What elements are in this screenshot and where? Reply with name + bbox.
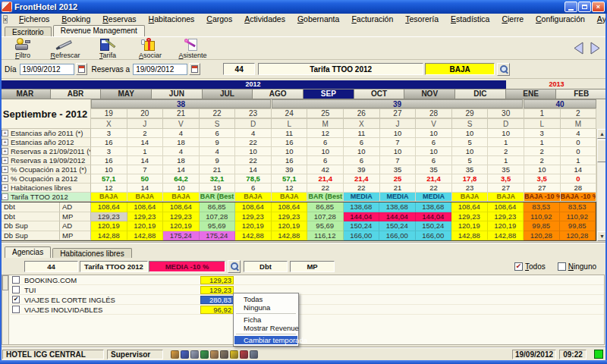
grid-cell[interactable]: 7 (380, 156, 417, 165)
globe-search-icon[interactable] (200, 350, 209, 359)
price-cell[interactable]: 120,19 (272, 221, 308, 231)
todos-checkbox[interactable]: ✔ (514, 262, 523, 271)
day-header[interactable]: 19 (90, 108, 127, 118)
menu-ayuda[interactable]: Ayuda (591, 14, 607, 24)
grid-cell[interactable]: 2 (524, 156, 561, 165)
price-cell[interactable]: 129,23 (488, 212, 524, 222)
grid-cell[interactable]: 0 (561, 174, 597, 184)
toolbar-tarifa-button[interactable]: Tarifa (86, 38, 129, 59)
day-header[interactable]: 1 (524, 108, 561, 118)
row-label[interactable]: +Habitaciones libres (0, 184, 91, 193)
grid-cell[interactable]: 21 (380, 184, 417, 193)
price-cell[interactable]: 144,04 (416, 212, 452, 222)
ninguno-checkbox[interactable] (558, 262, 566, 271)
grid-cell[interactable]: 10 (452, 129, 489, 138)
expand-icon[interactable]: + (2, 139, 8, 146)
season-cell[interactable]: MEDIA (380, 193, 417, 202)
grid-cell[interactable]: 14 (561, 165, 597, 174)
grid-cell[interactable]: 11 (272, 129, 308, 138)
day-header[interactable]: 26 (343, 108, 380, 118)
price-cell[interactable]: 86,85 (200, 202, 236, 212)
row-label[interactable]: +Estancias año 2012 (0, 138, 91, 147)
season-cell[interactable]: BAJA (91, 193, 127, 202)
season-cell[interactable]: MEDIA (416, 193, 452, 202)
row-label[interactable]: +Estancias año 2011 (*) (0, 129, 91, 138)
grid-cell[interactable]: 4 (163, 129, 200, 138)
agency-search-button[interactable] (228, 260, 241, 273)
expand-icon[interactable]: + (2, 148, 8, 155)
tariff-name-field[interactable]: Tarifa TTOO 2012 (258, 63, 423, 75)
grid-cell[interactable]: 22 (344, 184, 380, 193)
month-tab-jul[interactable]: JUL (202, 89, 253, 99)
day-header[interactable]: 2 (560, 108, 597, 118)
month-tab-sep[interactable]: SEP (303, 89, 354, 99)
grid-cell[interactable]: 18 (163, 138, 200, 147)
price-cell[interactable]: 129,23 (127, 212, 164, 222)
price-cell[interactable]: 120,28 (560, 231, 596, 241)
grid-cell[interactable]: 14 (127, 156, 164, 165)
grid-cell[interactable]: 6 (416, 138, 452, 147)
price-cell[interactable]: 120,19 (451, 221, 488, 231)
grid-cell[interactable]: 10 (452, 147, 489, 156)
month-tab-nov[interactable]: NOV (404, 89, 455, 99)
agency-row-booking-com[interactable]: BOOKING.COM129,23 (11, 275, 604, 285)
day-header[interactable]: 27 (379, 108, 417, 118)
grid-cell[interactable]: 16 (91, 138, 127, 147)
menu-gobernanta[interactable]: Gobernanta (291, 14, 345, 24)
context-item-mostrar-revenue[interactable]: Mostrar Revenue (234, 324, 297, 332)
price-cell[interactable]: 120,28 (524, 231, 560, 241)
month-tab-jun[interactable]: JUN (151, 89, 203, 99)
ninguno-option[interactable]: Ninguno (558, 262, 596, 271)
price-cell[interactable]: 144,04 (379, 212, 416, 222)
expand-icon[interactable]: + (2, 157, 8, 164)
season-cell[interactable]: BAR (Best (200, 193, 236, 202)
row-label[interactable]: +Reservas a 21/09/2011 (*) (0, 147, 91, 156)
grid-cell[interactable]: 5 (452, 156, 489, 165)
menu-booking[interactable]: Booking (55, 14, 96, 24)
user-icon[interactable] (181, 350, 189, 359)
month-tab-abr[interactable]: ABR (50, 89, 102, 99)
grid-cell[interactable]: 3 (91, 147, 127, 156)
grid-cell[interactable]: 32,1 (200, 174, 236, 184)
grid-cell[interactable]: 6 (416, 156, 452, 165)
grid-cell[interactable]: 10 (91, 165, 127, 174)
price-cell[interactable]: 129,23 (91, 212, 127, 222)
agency-checkbox[interactable] (12, 306, 20, 313)
expand-icon[interactable]: + (2, 166, 8, 173)
tab-revenue-management[interactable]: Revenue Management (53, 25, 145, 36)
grid-cell[interactable]: 6 (307, 138, 344, 147)
grid-cell[interactable]: 22 (235, 156, 272, 165)
price-cell[interactable]: 166,00 (344, 231, 380, 241)
tariff-code-field[interactable]: 44 (223, 63, 255, 75)
grid-cell[interactable]: 10 (416, 147, 452, 156)
grid-cell[interactable]: 27 (488, 184, 524, 193)
price-cell[interactable]: 166,00 (416, 231, 452, 241)
day-header[interactable]: 22 (199, 108, 236, 118)
price-cell[interactable]: 138,68 (379, 202, 416, 212)
next-period-button[interactable] (590, 42, 601, 55)
price-cell[interactable]: 86,85 (307, 202, 344, 212)
grid-cell[interactable]: 6 (235, 184, 272, 193)
month-tab-may[interactable]: MAY (100, 89, 152, 99)
agency-row-viajes-inolvidables[interactable]: VIAJES INOLVIDABLES96,92 (11, 305, 604, 315)
price-cell[interactable]: 150,24 (344, 221, 380, 231)
price-cell[interactable]: 116,12 (307, 231, 344, 241)
price-cell[interactable]: 108,64 (451, 202, 488, 212)
grid-cell[interactable]: 14 (127, 184, 164, 193)
grid-cell[interactable]: 10 (272, 147, 308, 156)
day-header[interactable]: 21 (162, 108, 200, 118)
grid-cell[interactable]: 21,4 (344, 174, 380, 184)
todos-option[interactable]: ✔Todos (514, 262, 546, 271)
reservas-date-input[interactable]: 19/09/2012 (133, 64, 187, 75)
grid-cell[interactable]: 16 (272, 156, 308, 165)
grid-cell[interactable]: 35 (488, 165, 524, 174)
season-cell[interactable]: BAR (Best (307, 193, 344, 202)
grid-cell[interactable]: 3 (91, 129, 127, 138)
dia-calendar-button[interactable] (76, 63, 87, 75)
agency-row-viajes-el-corte-ingles[interactable]: ✔VIAJES EL CORTE INGLÉS280,83 (11, 295, 604, 305)
menu-habitaciones[interactable]: Habitaciones (143, 14, 201, 24)
menu-facturacion[interactable]: Facturación (345, 14, 399, 24)
grid-cell[interactable]: 12 (91, 184, 127, 193)
agency-checkbox[interactable] (12, 286, 20, 293)
price-cell[interactable]: 142,88 (488, 231, 524, 241)
